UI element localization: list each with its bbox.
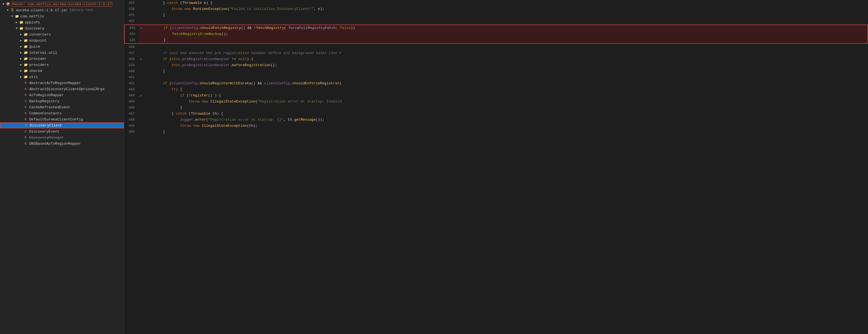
code-line-440: 440 } — [124, 68, 868, 74]
class-icon-AbstractAzToRegionMapper: C — [23, 81, 28, 85]
file-tree-sidebar[interactable]: 📦 Maven: com.netflix.eureka:eureka-clien… — [0, 0, 124, 334]
line-number-434: 434 — [125, 31, 138, 37]
tree-item-DefaultEurekaClientConfig[interactable]: C DefaultEurekaClientConfig — [0, 116, 124, 122]
line-number-430: 430 — [124, 6, 138, 12]
tree-arrow-endpoint — [19, 38, 23, 43]
folder-icon-providers: 📁 — [23, 63, 28, 67]
gutter-434 — [138, 31, 144, 37]
line-number-432: 432 — [124, 18, 138, 24]
gutter-436 — [138, 44, 144, 50]
tree-item-appinfo[interactable]: 📁 appinfo — [0, 19, 124, 25]
code-line-435: 435 } — [125, 37, 867, 43]
tree-item-jar[interactable]: 🗄 eureka-client-1.9.17.jar library root — [0, 7, 124, 13]
line-content-430: throw new RuntimeException("Failed to in… — [144, 6, 868, 12]
line-number-437: 437 — [124, 50, 138, 56]
gutter-438: ◇ — [138, 56, 144, 62]
tree-arrow-provider — [19, 57, 23, 61]
tree-item-CommonConstants[interactable]: C CommonConstants — [0, 110, 124, 116]
line-number-429: 429 — [124, 0, 138, 6]
CacheRefreshedEvent-label: CacheRefreshedEvent — [29, 105, 70, 109]
tree-item-discovery[interactable]: 📁 discovery — [0, 25, 124, 31]
folder-icon-guice: 📁 — [23, 44, 28, 49]
tree-item-guice[interactable]: 📁 guice — [0, 43, 124, 49]
tree-item-DNSBasedAzToRegionMapper[interactable]: C DNSBasedAzToRegionMapper — [0, 140, 124, 146]
class-icon-AzToRegionMapper: C — [23, 93, 28, 97]
providers-label: providers — [29, 63, 49, 67]
DiscoveryClient-label: DiscoveryClient — [30, 124, 62, 128]
AbstractAzToRegionMapper-label: AbstractAzToRegionMapper — [29, 81, 81, 85]
DiscoveryManager-label: DiscoveryManager — [29, 136, 64, 140]
code-line-432: 432 — [124, 18, 868, 24]
line-content-432 — [144, 18, 868, 24]
class-icon-CommonConstants: C — [23, 111, 28, 115]
line-content-429: } catch (Throwable e) { — [144, 0, 868, 6]
folder-icon-provider: 📁 — [23, 57, 28, 61]
tree-item-providers[interactable]: 📁 providers — [0, 62, 124, 68]
line-content-431: } — [144, 12, 868, 18]
tree-item-converters[interactable]: 📁 converters — [0, 31, 124, 37]
maven-root-label: Maven: com.netflix.eureka:eureka-client:… — [11, 2, 112, 7]
DNSBasedAzToRegionMapper-label: DNSBasedAzToRegionMapper — [29, 142, 81, 146]
tree-item-com-netflix[interactable]: 📁 com.netflix — [0, 13, 124, 19]
tree-item-CacheRefreshedEvent[interactable]: C CacheRefreshedEvent — [0, 104, 124, 110]
tree-arrow-leaf2 — [19, 87, 23, 91]
folder-icon-util: 📁 — [23, 75, 28, 79]
tree-item-endpoint[interactable]: 📁 endpoint — [0, 37, 124, 43]
tree-arrow-leaf5 — [19, 105, 23, 109]
code-line-447: 447 } catch (Throwable th) { — [124, 111, 868, 117]
tree-item-AbstractAzToRegionMapper[interactable]: C AbstractAzToRegionMapper — [0, 80, 124, 86]
line-content-439: this.preRegistrationHandler.beforeRegist… — [144, 62, 868, 68]
tree-item-BackupRegistry[interactable]: I BackupRegistry — [0, 98, 124, 104]
gutter-448 — [138, 117, 144, 123]
tree-arrow-com-netflix — [10, 14, 14, 19]
code-line-450: 450 } — [124, 129, 868, 135]
tree-item-provider[interactable]: 📁 provider — [0, 56, 124, 62]
tree-item-DiscoveryClient[interactable]: C DiscoveryClient — [0, 122, 124, 128]
appinfo-label: appinfo — [25, 21, 40, 25]
line-content-436 — [144, 44, 868, 50]
folder-icon-internal-util: 📁 — [23, 51, 28, 55]
gutter-446 — [138, 105, 144, 111]
folder-icon-discovery: 📁 — [19, 26, 24, 31]
tree-arrow-leaf8 — [19, 123, 24, 128]
line-number-450: 450 — [124, 129, 138, 135]
tree-arrow-leaf4 — [19, 99, 23, 103]
code-line-433: 433 ◇ if (clientConfig.shouldFetchRegist… — [125, 25, 867, 31]
code-line-442: 442 if (clientConfig.shouldRegisterWithE… — [124, 80, 868, 87]
class-icon-DiscoveryManager: C — [23, 135, 28, 140]
BackupRegistry-label: BackupRegistry — [29, 99, 59, 103]
DiscoveryEvent-label: DiscoveryEvent — [29, 130, 59, 134]
com-netflix-label: com.netflix — [21, 14, 44, 19]
tree-arrow-leaf — [19, 81, 23, 85]
tree-item-DiscoveryManager[interactable]: C DiscoveryManager — [0, 134, 124, 140]
gutter-441 — [138, 74, 144, 80]
tree-item-AbstractDiscoveryClientOptionalArgs[interactable]: C AbstractDiscoveryClientOptionalArgs — [0, 86, 124, 92]
code-line-431: 431 } — [124, 12, 868, 18]
provider-label: provider — [29, 57, 46, 61]
tree-item-internal-util[interactable]: 📁 internal.util — [0, 49, 124, 56]
class-icon-DefaultEurekaClientConfig: C — [23, 117, 28, 122]
gutter-445 — [138, 99, 144, 105]
tree-arrow-providers — [19, 63, 23, 67]
class-icon-DiscoveryEvent: C — [23, 129, 28, 134]
tree-arrow-leaf11 — [19, 141, 23, 146]
tree-item-AzToRegionMapper[interactable]: C AzToRegionMapper — [0, 92, 124, 98]
code-editor[interactable]: 429 } catch (Throwable e) { 430 throw ne… — [124, 0, 868, 334]
line-number-435: 435 — [125, 37, 138, 43]
tree-item-util[interactable]: 📁 util — [0, 74, 124, 80]
line-number-441: 441 — [124, 74, 138, 80]
maven-icon: 📦 — [5, 2, 10, 6]
line-number-447: 447 — [124, 111, 138, 117]
line-number-443: 443 — [124, 87, 138, 93]
line-content-434: fetchRegistryFromBackup(); — [144, 31, 867, 37]
code-content: 429 } catch (Throwable e) { 430 throw ne… — [124, 0, 868, 135]
class-icon-AbstractDiscoveryClientOptionalArgs: C — [23, 87, 28, 91]
tree-item-DiscoveryEvent[interactable]: C DiscoveryEvent — [0, 128, 124, 134]
code-line-443: 443 try { — [124, 87, 868, 93]
tree-item-shared[interactable]: 📁 shared — [0, 68, 124, 74]
gutter-429 — [138, 0, 144, 6]
util-label: util — [29, 75, 38, 79]
line-content-433: if (clientConfig.shouldFetchRegistry() &… — [144, 25, 867, 31]
endpoint-label: endpoint — [29, 39, 46, 43]
tree-item-maven-root[interactable]: 📦 Maven: com.netflix.eureka:eureka-clien… — [0, 1, 124, 7]
